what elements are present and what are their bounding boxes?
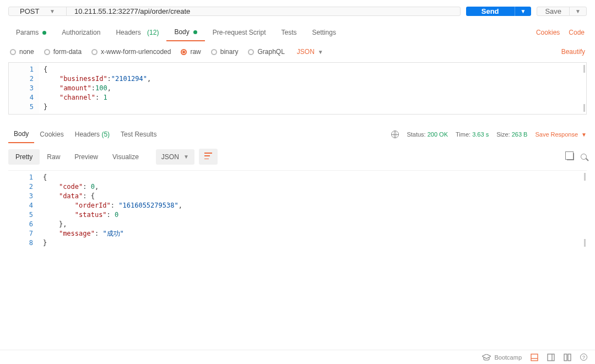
send-button[interactable]: Send <box>466 7 515 16</box>
beautify-button[interactable]: Beautify <box>561 48 585 56</box>
body-type-xwww[interactable]: x-www-form-urlencoded <box>91 48 171 56</box>
help-icon[interactable]: ? <box>580 354 587 361</box>
content-type-select[interactable]: JSON▼ <box>297 48 323 56</box>
radio-icon <box>10 49 16 55</box>
active-dot <box>193 30 197 34</box>
tab-prerequest[interactable]: Pre-request Script <box>205 24 274 41</box>
response-body-viewer[interactable]: 1 2 3 4 5 6 7 8 { "code": 0, "data": { "… <box>8 170 587 250</box>
http-method-select[interactable]: POST ▼ <box>9 7 67 15</box>
body-type-formdata[interactable]: form-data <box>44 48 82 56</box>
view-visualize[interactable]: Visualize <box>105 149 146 165</box>
tab-headers[interactable]: Headers (12) <box>108 24 166 41</box>
response-size: Size: 263 B <box>496 131 527 138</box>
svg-rect-0 <box>531 354 538 361</box>
active-dot <box>42 31 46 35</box>
chevron-down-icon: ▼ <box>183 154 189 160</box>
response-tab-testresults[interactable]: Test Results <box>115 126 162 143</box>
response-format-select[interactable]: JSON▼ <box>156 149 194 165</box>
line-gutter: 1 2 3 4 5 <box>9 63 39 114</box>
two-pane-icon[interactable] <box>564 354 571 361</box>
view-raw[interactable]: Raw <box>40 149 67 165</box>
body-type-graphql[interactable]: GraphQL <box>248 48 284 56</box>
chevron-down-icon: ▼ <box>318 49 323 55</box>
chevron-down-icon: ▼ <box>50 8 55 14</box>
save-button-group: Save ▼ <box>537 7 587 16</box>
body-type-raw[interactable]: raw <box>181 48 201 56</box>
radio-icon <box>181 49 187 55</box>
url-input[interactable] <box>67 7 460 15</box>
graduation-cap-icon <box>482 354 491 361</box>
svg-rect-5 <box>568 354 571 361</box>
status-bar: Bootcamp ? <box>0 350 595 364</box>
svg-rect-2 <box>548 354 554 361</box>
response-tab-headers[interactable]: Headers (5) <box>69 126 115 143</box>
body-type-none[interactable]: none <box>10 48 34 56</box>
radio-icon <box>91 49 98 55</box>
wrap-lines-button[interactable] <box>199 149 218 165</box>
tab-params[interactable]: Params <box>8 24 54 41</box>
response-status: Status: 200 OK <box>407 131 448 138</box>
body-type-binary[interactable]: binary <box>211 48 239 56</box>
radio-icon <box>248 49 254 55</box>
response-tab-cookies[interactable]: Cookies <box>34 126 69 143</box>
panel-icon[interactable] <box>531 354 538 361</box>
chevron-down-icon: ▼ <box>581 132 587 138</box>
radio-icon <box>211 49 217 55</box>
bootcamp-button[interactable]: Bootcamp <box>482 354 522 361</box>
code-link[interactable]: Code <box>569 29 585 36</box>
radio-icon <box>44 49 50 55</box>
copy-icon[interactable] <box>567 153 574 160</box>
save-button[interactable]: Save <box>537 7 569 15</box>
send-button-group: Send ▼ <box>466 7 532 16</box>
send-dropdown[interactable]: ▼ <box>515 7 532 16</box>
tab-authorization[interactable]: Authorization <box>54 24 108 41</box>
svg-rect-4 <box>564 354 567 361</box>
line-gutter: 1 2 3 4 5 6 7 8 <box>8 171 39 250</box>
tab-tests[interactable]: Tests <box>274 24 305 41</box>
http-method-value: POST <box>20 7 39 15</box>
save-response-button[interactable]: Save Response▼ <box>535 131 587 138</box>
search-icon[interactable] <box>581 154 587 160</box>
panel-icon[interactable] <box>547 354 555 361</box>
response-time: Time: 3.63 s <box>456 131 489 138</box>
tab-settings[interactable]: Settings <box>305 24 344 41</box>
view-pretty[interactable]: Pretty <box>8 149 40 165</box>
view-preview[interactable]: Preview <box>67 149 105 165</box>
tab-body[interactable]: Body <box>166 24 204 41</box>
response-tab-body[interactable]: Body <box>8 126 34 143</box>
wrap-icon <box>204 153 212 159</box>
save-dropdown[interactable]: ▼ <box>569 7 586 15</box>
cookies-link[interactable]: Cookies <box>536 29 560 36</box>
globe-icon[interactable] <box>391 131 399 138</box>
request-body-editor[interactable]: 1 2 3 4 5 { "businessId":"2101294", "amo… <box>8 62 587 115</box>
